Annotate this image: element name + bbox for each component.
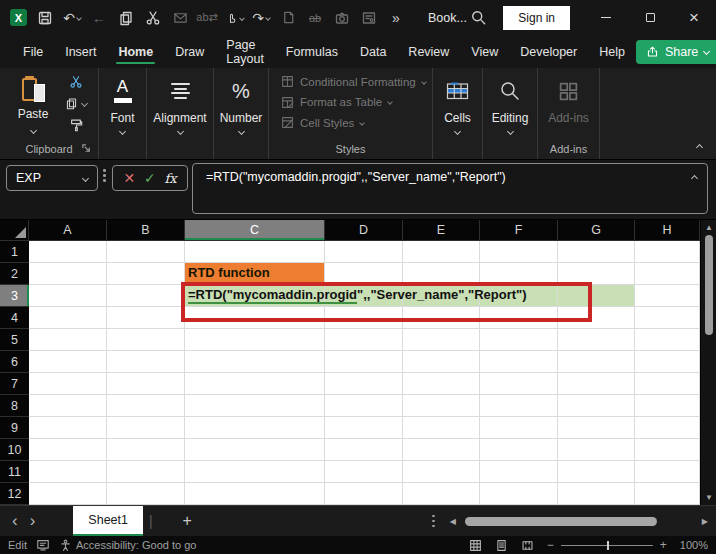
cell-a9[interactable] xyxy=(29,417,107,439)
cell-c4[interactable] xyxy=(185,307,325,329)
copy-icon[interactable] xyxy=(117,9,135,27)
column-header-e[interactable]: E xyxy=(403,220,480,241)
cell-g1[interactable] xyxy=(558,241,635,263)
cell-d1[interactable] xyxy=(325,241,403,263)
cell-g5[interactable] xyxy=(558,329,635,351)
row-header-10[interactable]: 10 xyxy=(0,439,29,461)
cell-a8[interactable] xyxy=(29,395,107,417)
cell-d8[interactable] xyxy=(325,395,403,417)
tab-formulas[interactable]: Formulas xyxy=(275,35,349,68)
tab-help[interactable]: Help xyxy=(588,35,636,68)
cell-c9[interactable] xyxy=(185,417,325,439)
insert-function-icon[interactable]: fx xyxy=(164,171,176,186)
mail-icon[interactable] xyxy=(171,9,189,27)
conditional-formatting-button[interactable]: Conditional Formatting xyxy=(281,75,432,88)
cell-b9[interactable] xyxy=(107,417,185,439)
cut-icon[interactable] xyxy=(144,9,162,27)
enter-icon[interactable]: ✓ xyxy=(144,170,156,186)
select-all-corner[interactable] xyxy=(0,220,29,241)
cell-h8[interactable] xyxy=(635,395,700,417)
tab-draw[interactable]: Draw xyxy=(164,35,215,68)
cell-f5[interactable] xyxy=(480,329,558,351)
cell-g2[interactable] xyxy=(558,263,635,285)
cell-e5[interactable] xyxy=(403,329,480,351)
zoom-slider-thumb[interactable] xyxy=(607,541,609,550)
accessibility-status[interactable]: Accessibility: Good to go xyxy=(59,539,196,552)
cell-h10[interactable] xyxy=(635,439,700,461)
formula-input[interactable]: =RTD("mycomaddin.progid",,"Server_name",… xyxy=(192,163,708,214)
format-as-table-button[interactable]: Format as Table xyxy=(281,96,432,109)
share-button[interactable]: Share xyxy=(636,40,716,64)
cancel-icon[interactable]: ✕ xyxy=(123,170,135,186)
cut-button[interactable] xyxy=(69,75,83,89)
cell-f1[interactable] xyxy=(480,241,558,263)
cell-d6[interactable] xyxy=(325,351,403,373)
format-painter-button[interactable] xyxy=(69,118,83,132)
paste-button[interactable]: Paste xyxy=(12,76,54,135)
scroll-down-icon[interactable]: ▼ xyxy=(701,493,716,502)
cell-f9[interactable] xyxy=(480,417,558,439)
name-manager-icon[interactable] xyxy=(360,9,378,27)
column-header-c[interactable]: C xyxy=(185,220,325,241)
sheet-tab-sheet1[interactable]: Sheet1 xyxy=(73,506,143,536)
collapse-ribbon-icon[interactable] xyxy=(696,144,703,151)
cell-g12[interactable] xyxy=(558,483,635,505)
cell-f6[interactable] xyxy=(480,351,558,373)
vertical-scroll-thumb[interactable] xyxy=(705,235,713,335)
cell-d10[interactable] xyxy=(325,439,403,461)
cell-a12[interactable] xyxy=(29,483,107,505)
cell-b5[interactable] xyxy=(107,329,185,351)
row-header-11[interactable]: 11 xyxy=(0,461,29,483)
name-box[interactable]: EXP xyxy=(6,165,98,191)
translate-icon[interactable]: ab⇄ xyxy=(198,9,216,27)
cell-c3[interactable]: =RTD("mycomaddin.progid",,"Server_name",… xyxy=(185,285,325,307)
tab-view[interactable]: View xyxy=(460,35,509,68)
vertical-scrollbar[interactable]: ▲ ▼ xyxy=(700,220,716,505)
cell-e6[interactable] xyxy=(403,351,480,373)
page-break-preview-icon[interactable] xyxy=(521,539,534,552)
cell-g4[interactable] xyxy=(558,307,635,329)
cell-c11[interactable] xyxy=(185,461,325,483)
cell-c7[interactable] xyxy=(185,373,325,395)
row-header-3[interactable]: 3 xyxy=(0,285,29,307)
cell-c10[interactable] xyxy=(185,439,325,461)
cell-f10[interactable] xyxy=(480,439,558,461)
cell-f8[interactable] xyxy=(480,395,558,417)
back-icon[interactable]: ← xyxy=(90,9,108,27)
strikethrough-icon[interactable]: ab xyxy=(306,9,324,27)
row-header-5[interactable]: 5 xyxy=(0,329,29,351)
cell-h7[interactable] xyxy=(635,373,700,395)
column-header-h[interactable]: H xyxy=(635,220,700,241)
cell-a10[interactable] xyxy=(29,439,107,461)
font-button[interactable]: A Font xyxy=(99,68,146,159)
cell-b3[interactable] xyxy=(107,285,185,307)
row-header-8[interactable]: 8 xyxy=(0,395,29,417)
cell-h9[interactable] xyxy=(635,417,700,439)
cell-c8[interactable] xyxy=(185,395,325,417)
display-settings-icon[interactable] xyxy=(36,538,50,552)
number-button[interactable]: % Number xyxy=(214,68,268,159)
save-icon[interactable] xyxy=(36,9,54,27)
cell-e4[interactable] xyxy=(403,307,480,329)
cell-b6[interactable] xyxy=(107,351,185,373)
camera-icon[interactable] xyxy=(333,9,351,27)
cell-styles-button[interactable]: Cell Styles xyxy=(281,116,432,129)
cell-a1[interactable] xyxy=(29,241,107,263)
zoom-level[interactable]: 100% xyxy=(680,539,708,551)
normal-view-icon[interactable] xyxy=(469,539,482,552)
collapse-formula-bar-icon[interactable] xyxy=(691,175,698,182)
next-sheet-icon[interactable]: › xyxy=(30,507,48,535)
minimize-button[interactable] xyxy=(584,0,628,35)
cell-a11[interactable] xyxy=(29,461,107,483)
zoom-out-icon[interactable]: − xyxy=(547,540,554,550)
cell-b4[interactable] xyxy=(107,307,185,329)
horizontal-scroll-thumb[interactable] xyxy=(465,517,657,526)
undo-icon[interactable]: ↶ xyxy=(63,9,81,27)
row-header-7[interactable]: 7 xyxy=(0,373,29,395)
cell-a5[interactable] xyxy=(29,329,107,351)
cell-d4[interactable] xyxy=(325,307,403,329)
column-header-a[interactable]: A xyxy=(29,220,107,241)
scroll-left-icon[interactable]: ◀ xyxy=(450,517,456,526)
cell-e11[interactable] xyxy=(403,461,480,483)
cell-h11[interactable] xyxy=(635,461,700,483)
